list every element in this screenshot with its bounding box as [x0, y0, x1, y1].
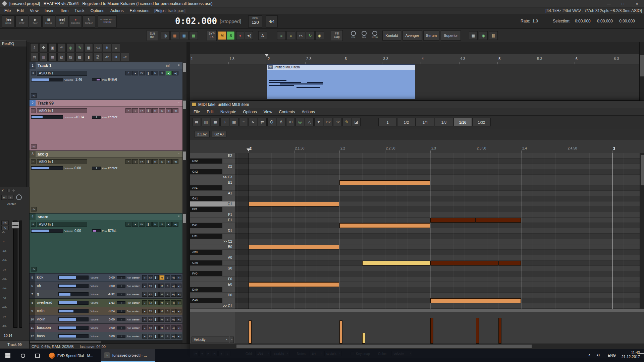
global-auto-button[interactable]: GLOBAL AUTONONE [98, 15, 117, 27]
mute-button[interactable]: M [218, 31, 226, 40]
piano-key-F0[interactable]: F0 [190, 277, 235, 282]
envelope-button[interactable]: ∿ [31, 93, 37, 98]
track-btn-x[interactable]: ● [142, 284, 147, 288]
track-btn-FX[interactable]: FX [139, 159, 145, 164]
track-name[interactable]: g [37, 292, 58, 297]
freeze-icon[interactable]: ❄ [103, 43, 111, 52]
track-btn-xx[interactable]: ◄) [176, 334, 181, 339]
quantize-icon[interactable]: Q [267, 118, 276, 126]
stop-button[interactable]: ■STOP [15, 15, 28, 27]
menu-item-file[interactable]: File [1, 7, 14, 14]
track-btn-M[interactable]: M [159, 325, 164, 330]
track-scroll-thumb[interactable] [183, 63, 186, 72]
draw-icon[interactable]: ✎ [342, 118, 351, 126]
piano-key-D1[interactable]: D#1 [190, 223, 235, 228]
octave-down-button[interactable]: -12 [333, 118, 342, 126]
track-btn-xx[interactable]: ◄) [176, 284, 181, 288]
track-btn-xx[interactable]: ◄) [166, 222, 172, 227]
timeline-ruler[interactable]: 11.322.333.344.355.366.3 [190, 54, 644, 64]
track-btn-xx[interactable]: ◄) [166, 108, 172, 113]
track-btn-S[interactable]: S [159, 108, 165, 113]
pan-widget[interactable] [117, 301, 125, 304]
mixer-dot-b[interactable] [12, 189, 15, 192]
volume-slider[interactable] [58, 292, 89, 296]
start-button[interactable] [0, 349, 15, 362]
track-btn-x[interactable]: ▌ [154, 317, 159, 322]
grid-b-icon[interactable]: ▥ [39, 53, 48, 61]
mixer-envelope-button[interactable]: ∿ [1, 226, 9, 230]
solo-button[interactable]: S [227, 31, 235, 40]
track-btn-x[interactable]: ● [142, 317, 147, 322]
fill-gap-button[interactable]: FillGap [331, 30, 343, 41]
piano-key-F1[interactable]: F1 [190, 212, 235, 218]
maximize-button[interactable]: □ [616, 0, 630, 7]
track-btn-FX[interactable]: FX [139, 71, 145, 75]
track-panel-track-1[interactable]: 1Track 1-inf≡≡ASIO In 1↗●FX▌MS◄)◄)Volume… [30, 62, 182, 100]
velocity-bar[interactable] [362, 333, 365, 344]
volume-slider[interactable] [31, 229, 63, 233]
volume-slider[interactable] [31, 115, 63, 119]
midi-menu-options[interactable]: Options [239, 110, 260, 114]
volume-slider[interactable] [58, 276, 89, 280]
vol-knob[interactable]: VOL [348, 30, 358, 41]
track-grip[interactable]: ≡ [178, 101, 181, 105]
avenger-button[interactable]: Avenger [402, 31, 422, 41]
mixer-solo-button[interactable]: S [8, 195, 13, 200]
track-btn-FX[interactable]: FX [148, 284, 153, 288]
input-selector[interactable]: ASIO In 1 [37, 108, 87, 113]
group-b-icon[interactable]: ≡ [286, 31, 295, 40]
midi-note[interactable] [430, 218, 476, 223]
bpm-box[interactable]: BPM 120 [248, 15, 262, 27]
piano-key-G1[interactable]: G#1 [190, 196, 235, 201]
trash-icon[interactable]: ▣ [48, 43, 57, 52]
midi-menu-navigate[interactable]: Navigate [217, 110, 239, 114]
close-button[interactable]: × [630, 0, 644, 7]
piano-key-A1[interactable]: A#1 [190, 185, 235, 191]
routing-icon[interactable]: ≡ [31, 222, 36, 227]
track-btn-M[interactable]: M [159, 317, 164, 322]
velocity-bar[interactable] [430, 318, 433, 344]
track-btn-S[interactable]: S [165, 292, 170, 297]
track-btn-xx[interactable]: ◄) [171, 317, 176, 322]
midi-hscroll-thumb[interactable] [236, 345, 532, 348]
vscroll-thumb[interactable] [640, 55, 644, 76]
midi-note[interactable] [430, 298, 521, 303]
track-name[interactable]: violin [37, 317, 58, 322]
routing-icon[interactable]: ≡ [31, 108, 36, 113]
grid-c-icon[interactable]: ▦ [48, 53, 57, 61]
midi-hscroll[interactable] [190, 344, 644, 349]
track-row-kick[interactable]: 5kickVolume0.00Pancenter●FX▌MS◄)◄) [30, 274, 182, 282]
piano-key-D0[interactable]: D0 [190, 293, 235, 298]
track-row-overhead[interactable]: 8overheadVolume1.63Pancenter●FX▌MS◄)◄) [30, 299, 182, 307]
group-a-icon[interactable]: ≡ [277, 31, 286, 40]
rate-display[interactable]: Rate: 1.0 [521, 19, 538, 23]
pan-widget[interactable] [92, 78, 101, 81]
track-btn-FX[interactable]: FX [148, 334, 153, 339]
piano-key-C1[interactable]: >> C1 [190, 303, 235, 309]
grid-tool-icon[interactable]: ▦ [189, 31, 198, 40]
pan-widget[interactable] [117, 318, 125, 321]
metronome-icon[interactable]: Δ [277, 118, 285, 126]
view-piano-icon[interactable]: ▤ [192, 118, 201, 126]
speaker-icon[interactable]: ◄) [245, 31, 253, 40]
track-btn-x[interactable]: ● [132, 159, 138, 164]
piano-key-F0[interactable]: F#0 [190, 271, 235, 277]
menu-item-extensions[interactable]: Extensions [126, 7, 152, 14]
track-btn-S[interactable]: S [159, 222, 165, 227]
taskbar-app-firefox[interactable]: FVD Speed Dial - M... [46, 349, 100, 362]
menu-item-insert[interactable]: Insert [42, 7, 58, 14]
track-name[interactable]: snare [38, 215, 105, 219]
menu-item-options[interactable]: Options [88, 7, 107, 14]
routing-icon[interactable]: ≡ [31, 71, 36, 75]
mixer-fx-button[interactable]: FX [1, 221, 9, 225]
track-row-oh[interactable]: 6ohVolume0.00Pancenter●FX▌MS◄)◄) [30, 282, 182, 290]
track-scroll-thumb[interactable] [183, 101, 186, 109]
menu-item-edit[interactable]: Edit [14, 7, 27, 14]
minus-12-button[interactable]: -12 [103, 53, 111, 61]
track-btn-S[interactable]: S [165, 300, 170, 305]
midi-title-bar[interactable]: MIDI take: untitled MIDI item [190, 101, 644, 108]
track-btn-xx[interactable]: ◄) [171, 292, 176, 297]
bypass-fx-button[interactable]: BYPFX [207, 30, 217, 41]
piano-key-B0[interactable]: B0 [190, 244, 235, 250]
track-btn-x[interactable]: ● [142, 300, 147, 305]
